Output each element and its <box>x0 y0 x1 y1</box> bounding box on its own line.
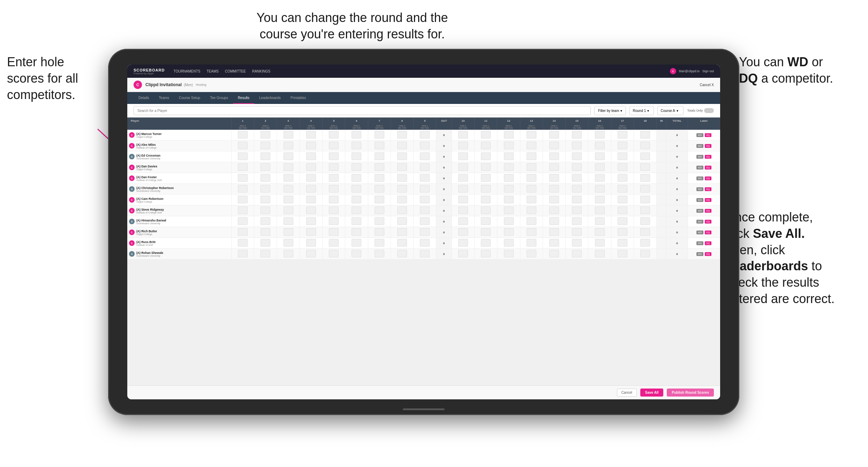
hole-9-cell[interactable] <box>414 141 436 151</box>
score-box-4[interactable] <box>306 142 316 149</box>
hole-11-cell[interactable] <box>475 151 497 162</box>
score-box-9[interactable] <box>420 228 430 236</box>
score-box-17[interactable] <box>618 228 627 236</box>
wd-button[interactable]: WD <box>696 241 703 245</box>
hole-6-cell[interactable] <box>345 205 368 216</box>
hole-10-cell[interactable] <box>452 227 474 238</box>
score-box-6[interactable] <box>352 131 361 138</box>
score-box-3[interactable] <box>284 228 293 236</box>
hole-1-cell[interactable] <box>231 205 254 216</box>
hole-6-cell[interactable] <box>345 151 368 162</box>
hole-12-cell[interactable] <box>497 195 520 205</box>
score-box-12[interactable] <box>504 196 514 203</box>
hole-6-cell[interactable] <box>345 238 368 249</box>
hole-17-cell[interactable] <box>611 162 634 173</box>
wd-button[interactable]: WD <box>696 231 703 234</box>
score-box-4[interactable] <box>306 250 316 257</box>
score-box-4[interactable] <box>306 239 316 247</box>
score-box-14[interactable] <box>549 206 559 214</box>
score-box-6[interactable] <box>352 206 361 214</box>
hole-16-cell[interactable] <box>588 238 611 249</box>
score-box-18[interactable] <box>640 152 650 160</box>
hole-3-cell[interactable] <box>277 238 300 249</box>
score-box-8[interactable] <box>397 206 407 214</box>
hole-6-cell[interactable] <box>345 162 368 173</box>
score-box-16[interactable] <box>595 217 605 225</box>
score-box-13[interactable] <box>527 217 536 225</box>
hole-15-cell[interactable] <box>566 195 588 205</box>
hole-11-cell[interactable] <box>475 216 497 227</box>
hole-7-cell[interactable] <box>368 173 391 184</box>
score-box-1[interactable] <box>238 196 248 203</box>
course-selector[interactable]: Course A ▾ <box>657 106 684 115</box>
hole-14-cell[interactable] <box>543 249 565 259</box>
score-box-15[interactable] <box>572 174 582 182</box>
hole-18-cell[interactable] <box>634 173 656 184</box>
hole-7-cell[interactable] <box>368 227 391 238</box>
score-box-11[interactable] <box>481 152 491 160</box>
hole-9-cell[interactable] <box>414 162 436 173</box>
score-box-8[interactable] <box>397 131 407 138</box>
publish-round-scores-button[interactable]: Publish Round Scores <box>667 389 714 397</box>
score-box-17[interactable] <box>618 174 627 182</box>
tab-tee-groups[interactable]: Tee Groups <box>205 92 233 104</box>
score-box-12[interactable] <box>504 163 514 171</box>
score-box-18[interactable] <box>640 250 650 257</box>
hole-18-cell[interactable] <box>634 205 656 216</box>
hole-2-cell[interactable] <box>254 216 277 227</box>
score-box-16[interactable] <box>595 174 605 182</box>
score-box-13[interactable] <box>527 174 536 182</box>
score-box-5[interactable] <box>329 228 339 236</box>
score-box-1[interactable] <box>238 152 248 160</box>
score-box-4[interactable] <box>306 206 316 214</box>
score-box-4[interactable] <box>306 228 316 236</box>
hole-1-cell[interactable] <box>231 173 254 184</box>
wd-button[interactable]: WD <box>696 144 703 148</box>
hole-8-cell[interactable] <box>391 205 413 216</box>
score-box-3[interactable] <box>284 206 293 214</box>
score-box-1[interactable] <box>238 206 248 214</box>
score-box-3[interactable] <box>284 250 293 257</box>
nav-tournaments[interactable]: TOURNAMENTS <box>173 69 200 73</box>
hole-17-cell[interactable] <box>611 195 634 205</box>
hole-5-cell[interactable] <box>322 205 345 216</box>
score-box-18[interactable] <box>640 196 650 203</box>
hole-17-cell[interactable] <box>611 151 634 162</box>
hole-10-cell[interactable] <box>452 195 474 205</box>
score-box-9[interactable] <box>420 142 430 149</box>
score-box-2[interactable] <box>261 239 270 247</box>
hole-11-cell[interactable] <box>475 249 497 259</box>
score-box-2[interactable] <box>261 196 270 203</box>
dq-button[interactable]: DQ <box>705 231 711 234</box>
score-box-17[interactable] <box>618 206 627 214</box>
score-box-18[interactable] <box>640 217 650 225</box>
hole-8-cell[interactable] <box>391 130 413 141</box>
hole-13-cell[interactable] <box>520 184 543 195</box>
score-box-3[interactable] <box>284 131 293 138</box>
round-selector[interactable]: Round 1 ▾ <box>629 106 654 115</box>
score-box-15[interactable] <box>572 228 582 236</box>
hole-16-cell[interactable] <box>588 195 611 205</box>
hole-15-cell[interactable] <box>566 162 588 173</box>
score-box-7[interactable] <box>375 163 384 171</box>
score-box-1[interactable] <box>238 217 248 225</box>
score-box-13[interactable] <box>527 228 536 236</box>
hole-12-cell[interactable] <box>497 151 520 162</box>
score-box-15[interactable] <box>572 163 582 171</box>
hole-14-cell[interactable] <box>543 184 565 195</box>
hole-17-cell[interactable] <box>611 130 634 141</box>
hole-1-cell[interactable] <box>231 151 254 162</box>
score-box-16[interactable] <box>595 250 605 257</box>
hole-1-cell[interactable] <box>231 227 254 238</box>
hole-5-cell[interactable] <box>322 162 345 173</box>
hole-4-cell[interactable] <box>300 238 322 249</box>
score-box-14[interactable] <box>549 131 559 138</box>
hole-18-cell[interactable] <box>634 249 656 259</box>
score-box-15[interactable] <box>572 250 582 257</box>
score-box-6[interactable] <box>352 239 361 247</box>
hole-10-cell[interactable] <box>452 238 474 249</box>
hole-3-cell[interactable] <box>277 249 300 259</box>
hole-13-cell[interactable] <box>520 162 543 173</box>
hole-2-cell[interactable] <box>254 130 277 141</box>
score-box-5[interactable] <box>329 217 339 225</box>
